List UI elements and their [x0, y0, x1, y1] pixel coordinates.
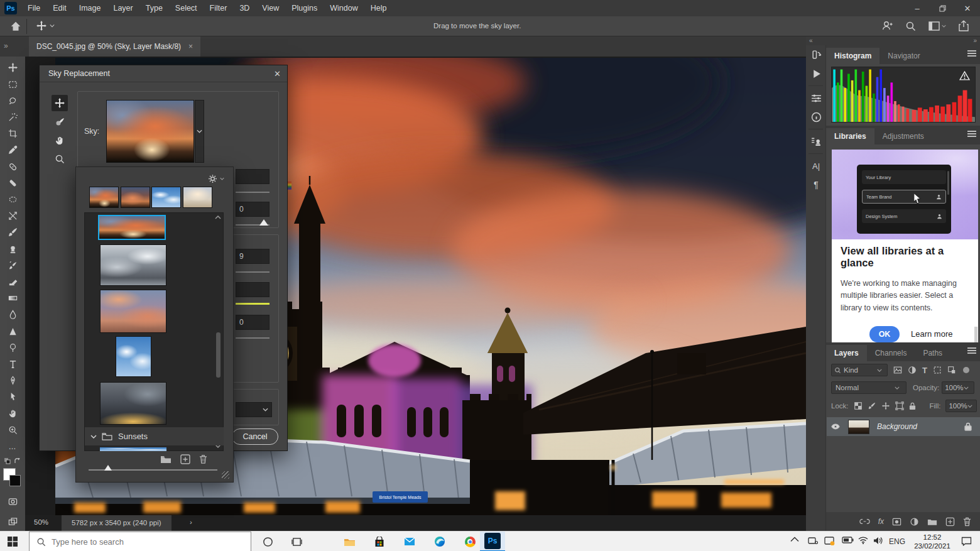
sky-dropdown-strip[interactable] [195, 100, 204, 163]
character-panel-icon[interactable]: A| [806, 156, 826, 175]
healing-brush-tool[interactable] [5, 175, 20, 190]
dialog-color-slider[interactable] [236, 303, 270, 305]
sky-preset-flyout[interactable]: Sunsets [75, 166, 234, 483]
edge-icon[interactable] [427, 532, 452, 551]
marquee-tool[interactable] [5, 77, 20, 92]
dialog-field[interactable] [236, 282, 270, 297]
sky-folder-row[interactable]: Sunsets [85, 427, 224, 445]
close-button[interactable]: ✕ [955, 0, 980, 16]
taskbar-search[interactable] [29, 532, 251, 551]
taskbar-clock[interactable]: 12:52 23/02/2021 [910, 533, 955, 551]
opacity-value[interactable]: 100% [942, 381, 974, 394]
path-select-tool[interactable] [5, 390, 20, 405]
home-icon[interactable] [10, 21, 21, 32]
menu-layer[interactable]: Layer [107, 4, 139, 13]
cancel-button[interactable]: Cancel [232, 428, 278, 445]
sky-preset-item-selected[interactable] [98, 215, 166, 240]
document-tab[interactable]: DSC_0045.jpg @ 50% (Sky, Layer Mask/8) × [29, 36, 200, 57]
link-layers-icon[interactable] [859, 518, 870, 525]
menu-select[interactable]: Select [169, 4, 204, 13]
new-group-icon[interactable] [927, 518, 937, 526]
recent-sky-thumbnail[interactable] [89, 187, 119, 208]
swap-colors-icon[interactable] [4, 458, 21, 464]
zoom-level[interactable]: 50% [34, 518, 48, 526]
filter-smart-objects-icon[interactable] [947, 366, 956, 374]
tab-close-icon[interactable]: × [188, 42, 193, 51]
blur-tool[interactable] [5, 307, 20, 322]
restore-button[interactable] [930, 0, 955, 16]
collapse-panels-icon[interactable]: « [809, 37, 813, 44]
panel-menu-icon[interactable] [967, 50, 976, 57]
history-panel-icon[interactable] [806, 45, 826, 64]
dialog-hand-tool[interactable] [52, 133, 68, 149]
tab-libraries[interactable]: Libraries [826, 128, 874, 145]
hand-tool[interactable] [5, 406, 20, 421]
language-indicator[interactable]: ENG [889, 537, 905, 546]
filter-toggle-icon[interactable] [963, 367, 969, 373]
sky-preset-item[interactable] [100, 382, 166, 425]
resize-grip[interactable] [222, 471, 229, 479]
current-tool-icon[interactable] [36, 21, 55, 31]
foreground-background-swatches[interactable] [3, 468, 22, 488]
dialog-zoom-tool[interactable] [52, 151, 68, 167]
history-brush-tool[interactable] [5, 258, 20, 273]
task-view-icon[interactable] [284, 532, 309, 551]
volume-icon[interactable] [873, 537, 883, 545]
quick-selection-tool[interactable] [5, 110, 20, 125]
sky-preset-item[interactable] [116, 336, 151, 377]
preset-gear-icon[interactable] [208, 174, 224, 183]
dialog-slider[interactable] [236, 271, 270, 273]
content-aware-move-tool[interactable] [5, 209, 20, 224]
start-button[interactable] [0, 532, 25, 551]
new-layer-icon[interactable] [945, 517, 955, 526]
menu-edit[interactable]: Edit [46, 4, 73, 13]
delete-layer-icon[interactable] [963, 517, 971, 526]
pen-tool[interactable] [5, 373, 20, 388]
properties-panel-icon[interactable] [806, 89, 826, 107]
new-folder-icon[interactable] [160, 455, 172, 464]
layer-filter-kind-select[interactable]: Kind [831, 364, 888, 376]
status-chevron-icon[interactable]: › [190, 518, 192, 526]
panel-menu-icon[interactable] [967, 347, 976, 354]
dock-collapse-icon[interactable]: » [4, 41, 7, 50]
filter-adjustment-layers-icon[interactable] [908, 366, 917, 374]
new-preset-icon[interactable] [180, 454, 190, 464]
panel-menu-icon[interactable] [967, 131, 976, 137]
slider-thumb[interactable] [259, 219, 268, 226]
info-panel-icon[interactable] [806, 107, 826, 126]
recent-sky-thumbnail[interactable] [121, 187, 150, 208]
layer-row-background[interactable]: Background [827, 417, 980, 436]
edit-toolbar-icon[interactable]: … [5, 439, 20, 454]
file-explorer-icon[interactable] [337, 532, 362, 551]
background-color-swatch[interactable] [9, 475, 21, 486]
screen-mode-icon[interactable] [5, 515, 20, 530]
delete-preset-icon[interactable] [199, 454, 207, 464]
menu-image[interactable]: Image [73, 4, 107, 13]
dialog-close-icon[interactable]: ✕ [274, 69, 281, 79]
tab-paths[interactable]: Paths [915, 345, 950, 361]
tray-notification-icon[interactable] [824, 537, 835, 545]
lock-transparent-icon[interactable] [854, 401, 863, 410]
sharpen-tool[interactable] [5, 324, 20, 339]
add-layer-mask-icon[interactable] [892, 517, 901, 526]
share-account-icon[interactable] [881, 20, 893, 31]
scroll-up-icon[interactable] [215, 215, 221, 219]
clone-stamp-tool[interactable] [5, 241, 20, 256]
actions-panel-icon[interactable] [806, 64, 826, 83]
dialog-titlebar[interactable]: Sky Replacement [40, 65, 287, 82]
scrollbar-thumb[interactable] [216, 332, 220, 378]
paragraph-panel-icon[interactable]: ¶ [806, 175, 826, 194]
histogram-warning-icon[interactable] [959, 71, 970, 80]
quick-mask-icon[interactable] [5, 494, 20, 509]
type-tool[interactable] [5, 357, 20, 372]
filter-shape-layers-icon[interactable] [933, 366, 942, 374]
lock-all-icon[interactable] [909, 402, 916, 410]
dialog-field[interactable] [236, 169, 270, 184]
menu-filter[interactable]: Filter [204, 4, 234, 13]
filter-type-layers-icon[interactable]: T [922, 366, 927, 375]
brush-tool[interactable] [5, 225, 20, 240]
dialog-sky-brush-tool[interactable] [52, 114, 68, 131]
eraser-tool[interactable] [5, 275, 20, 290]
tab-channels[interactable]: Channels [867, 345, 915, 361]
recent-sky-thumbnail[interactable] [183, 187, 212, 208]
